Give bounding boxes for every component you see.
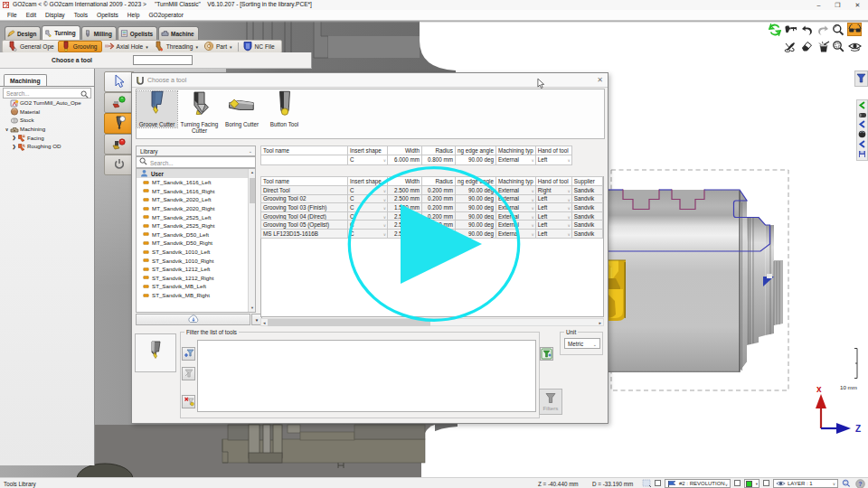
cell-insert-shape[interactable]: C∨ — [348, 211, 388, 221]
library-search-input[interactable]: Search... — [136, 156, 256, 168]
menu-edit[interactable]: Edit — [22, 12, 41, 18]
tree-item-material[interactable]: Material — [0, 108, 94, 117]
cell-hand[interactable]: Right∨ — [535, 186, 571, 195]
clean-button[interactable] — [816, 40, 831, 53]
ribbon-button-threading[interactable]: Threading▾ — [152, 41, 202, 52]
cell-edge-angle[interactable]: 90.00 deg — [456, 221, 496, 230]
erase-button[interactable] — [799, 40, 814, 53]
cell-hand[interactable]: Left∨ — [535, 203, 571, 212]
cell-machining-type[interactable]: External∨ — [495, 186, 535, 195]
edit-filter-button[interactable] — [182, 367, 195, 380]
cell-edge-angle[interactable]: 90.00 deg — [456, 203, 496, 212]
cell-width[interactable]: 2.500 mm — [388, 221, 422, 230]
redo-button[interactable] — [816, 23, 831, 37]
cell-tool-name[interactable]: Grooving Tool 05 (Opelist) — [261, 221, 348, 230]
tree-search-input[interactable]: Search... — [3, 88, 91, 99]
tree-item-facing[interactable]: ❯Facing — [0, 133, 94, 142]
select-cursor-button[interactable] — [104, 71, 135, 92]
cell-insert-shape[interactable]: C∨ — [348, 194, 388, 203]
library-group-user[interactable]: User — [137, 169, 255, 178]
color-select[interactable]: ▾ — [744, 479, 760, 488]
close-button[interactable]: ✕ — [850, 0, 865, 10]
cell-insert-shape[interactable]: C∨ — [348, 186, 388, 195]
cell-width[interactable]: 1.500 mm — [388, 203, 422, 212]
cell-radius[interactable]: 0.200 mm — [422, 186, 456, 195]
filter-name-cell[interactable] — [261, 155, 348, 165]
tool-row[interactable]: Direct ToolC∨2.500 mm0.200 mm90.00 degEx… — [261, 186, 603, 195]
cell-width[interactable]: 2.500 mm — [388, 211, 422, 221]
detach-button[interactable] — [783, 40, 797, 53]
library-download-button[interactable] — [136, 314, 250, 325]
tree-item-roughing-od[interactable]: ❯Roughing OD — [0, 142, 94, 151]
library-select[interactable]: Library⌄ — [136, 145, 256, 156]
tree-item-stock[interactable]: Stock — [0, 116, 94, 125]
expand-view-icon[interactable] — [858, 120, 866, 129]
library-item[interactable]: MT_Sandvik_2020_Right — [137, 204, 255, 213]
cell-tool-name[interactable]: Grooving Tool 04 (Direct) — [261, 211, 348, 221]
filters-button[interactable]: Filters — [539, 389, 562, 415]
cell-radius[interactable]: 0.200 mm — [422, 194, 456, 203]
dialog-close-icon[interactable]: ✕ — [597, 77, 603, 84]
scroll-up-icon[interactable]: ▲ — [249, 169, 256, 176]
ribbon-button-part[interactable]: Part▾ — [202, 41, 236, 52]
cell-edge-angle[interactable]: 90.00 deg — [456, 211, 496, 221]
filter-hand-cell[interactable]: Left∨ — [535, 155, 571, 165]
save-view-icon[interactable] — [858, 150, 866, 159]
cell-supplier[interactable]: Sandvik — [571, 229, 602, 238]
library-item[interactable]: ST_Sandvik_MB_Right — [137, 291, 255, 300]
active-filters-list[interactable] — [197, 340, 536, 412]
tool-row[interactable]: Grooving Tool 03 (Finish)C∨1.500 mm0.200… — [261, 203, 603, 212]
expand-layers-icon[interactable] — [858, 140, 866, 149]
apply-filter-button[interactable] — [540, 347, 553, 361]
scroll-right-icon[interactable]: ▸ — [599, 320, 601, 325]
cell-hand[interactable]: Left∨ — [535, 229, 571, 238]
cell-machining-type[interactable]: External∨ — [495, 203, 535, 212]
ribbon-tab-design[interactable]: Design — [5, 26, 41, 40]
prompt-input[interactable] — [133, 55, 193, 65]
library-item[interactable]: MT_Sandvik_2525_Left — [137, 212, 255, 221]
power-button[interactable] — [104, 155, 135, 175]
cell-supplier[interactable]: Sandvik — [571, 203, 602, 212]
cell-tool-name[interactable]: Grooving Tool 03 (Finish) — [261, 203, 348, 212]
library-item[interactable]: ST_Sandvik_1010_Right — [137, 256, 255, 265]
tool-type-groove-cutter[interactable]: Groove Cutter — [137, 91, 177, 127]
zoom-button[interactable] — [831, 23, 845, 37]
delete-filter-button[interactable] — [182, 395, 195, 408]
maximize-button[interactable]: ❐ — [830, 0, 845, 10]
tool-row[interactable]: Grooving Tool 04 (Direct)C∨2.500 mm0.200… — [261, 211, 603, 221]
cell-supplier[interactable]: Sandvik — [571, 221, 602, 230]
layer-select[interactable]: LAYER : 1∨ — [773, 479, 838, 488]
cylinder-icon[interactable] — [858, 111, 867, 119]
library-item[interactable]: ST_Sandvik_1010_Left — [137, 248, 255, 257]
library-item[interactable]: ST_Sandvik_1212_Right — [137, 274, 255, 283]
ribbon-button-nc-file[interactable]: NC File — [241, 41, 278, 52]
tool-stop-button[interactable] — [104, 134, 135, 155]
tool-row[interactable]: Grooving Tool 02C∨2.500 mm0.200 mm90.00 … — [261, 194, 603, 203]
cell-machining-type[interactable]: External∨ — [495, 229, 535, 238]
tool-row[interactable]: Grooving Tool 05 (Opelist)C∨2.500 mm0.40… — [261, 221, 603, 230]
cell-width[interactable]: 2.500 mm — [388, 194, 422, 203]
ribbon-tab-machine[interactable]: Machine — [158, 26, 199, 40]
zoom-window-button[interactable] — [831, 40, 845, 53]
tool-type-boring-cutter[interactable]: Boring Cutter — [222, 91, 262, 127]
ribbon-button-grooving[interactable]: Grooving — [58, 41, 102, 52]
cell-width[interactable]: 2.500 mm — [388, 186, 422, 195]
measure-button[interactable] — [783, 23, 797, 37]
library-item[interactable]: MT_Sandvik_D50_Right — [137, 239, 255, 248]
cell-hand[interactable]: Left∨ — [535, 211, 571, 221]
filter-shape-cell[interactable]: C∨ — [348, 155, 388, 165]
table-hscrollbar[interactable]: ◂▸ — [260, 318, 604, 326]
library-item[interactable]: MT_Sandvik_2525_Right — [137, 221, 255, 230]
tool-row[interactable]: MS LF123D15-1616BC∨2.500 mm0.200 mm90.00… — [261, 229, 603, 238]
cell-radius[interactable]: 0.400 mm — [422, 221, 456, 230]
tree-item-go2-turnmill-auto-ope[interactable]: GO2 TurnMill_Auto_Ope — [0, 99, 94, 108]
cell-edge-angle[interactable]: 90.00 deg — [456, 229, 496, 238]
scroll-down-icon[interactable]: ▼ — [249, 305, 256, 312]
menu-help[interactable]: Help — [123, 12, 145, 18]
cell-width[interactable]: 2.500 mm — [388, 229, 422, 238]
filter-radius-cell[interactable]: 0.800 mm — [422, 155, 456, 165]
ribbon-button-axial-hole[interactable]: Axial Hole▾ — [102, 41, 152, 52]
regen-button[interactable] — [768, 23, 782, 37]
cell-machining-type[interactable]: External∨ — [495, 194, 535, 203]
cell-edge-angle[interactable]: 90.00 deg — [456, 186, 496, 195]
